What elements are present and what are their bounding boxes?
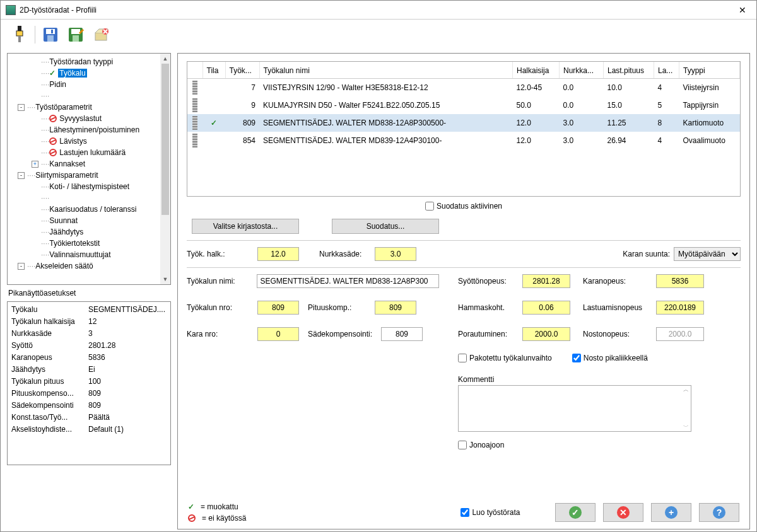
quickview-row: Pituuskompenso...809 [11,387,167,399]
close-icon[interactable]: ✕ [734,5,751,15]
cancel-button[interactable]: ✕ [603,503,643,522]
nav-tree[interactable]: ···· Työstöradan tyyppi···· ✓Työkalu····… [7,53,171,285]
table-header[interactable]: Tyyppi [679,62,740,79]
spindle-dir-label: Karan suunta: [623,250,670,258]
retract-input [656,327,704,341]
quickview-row: Nurkkasäde3 [11,327,167,339]
tree-item[interactable]: ···· Pidin [10,79,170,90]
ok-button[interactable]: ✓ [555,503,596,522]
diameter-input[interactable] [257,247,299,261]
retract-label: Nostonopeus: [583,330,652,338]
spindle-no-input[interactable] [257,327,299,341]
corner-radius-input[interactable] [375,247,416,261]
spindle-dir-select[interactable]: Myötäpäivään [674,247,741,261]
table-header[interactable]: Halkaisija [513,62,560,79]
tree-item[interactable]: ···· [10,90,170,101]
title-bar: 2D-työstöradat - Profiili ✕ [1,1,756,20]
rad-comp-label: Sädekompensointi: [308,330,377,338]
tree-item[interactable]: ···· Jäähdytys [10,226,170,238]
svg-rect-1 [16,31,23,36]
table-header[interactable]: Tila [202,62,225,79]
comment-label: Kommentti [458,375,736,384]
help-button[interactable]: ? [699,503,739,522]
filter-active-checkbox[interactable] [425,202,434,211]
tree-item[interactable]: ···· Työkiertotekstit [10,238,170,249]
legend-modified: = muokattu [201,502,238,511]
tree-item[interactable]: -···· Akseleiden säätö [10,260,170,272]
toolbar [1,20,756,50]
filter-button[interactable]: Suodatus... [332,219,439,234]
tree-item[interactable]: ···· Valinnaismuuttujat [10,249,170,260]
fpt-input[interactable] [522,301,570,315]
tree-item[interactable]: ···· Koti- / lähestymispisteet [10,181,170,192]
table-header[interactable]: La... [654,62,679,79]
table-row[interactable]: 9KULMAJYRSIN D50 - Walter F5241.B22.050.… [187,96,740,114]
quickview-panel: TyökaluSEGMENTTISÄDEJ....Työkalun halkai… [7,301,171,465]
tool-no-input[interactable] [257,301,299,315]
tree-item[interactable]: ···· Lävistys [10,136,170,147]
plunge-label: Porautuminen: [458,330,519,338]
plunge-input[interactable] [522,327,570,341]
table-row[interactable]: 854SEGMENTTISÄDEJ. WALTER MD839-12A4P301… [187,132,740,149]
table-header[interactable] [187,62,202,79]
tree-item[interactable]: ···· [10,192,170,204]
quickview-row: JäähdytysEi [11,363,167,375]
table-header[interactable]: Nurkka... [560,62,604,79]
tree-item[interactable]: -···· Siirtymisparametrit [10,170,170,181]
feed-rate-input[interactable] [522,274,570,288]
len-comp-label: Pituuskomp.: [308,303,371,312]
batch-checkbox[interactable] [458,441,467,449]
save-button[interactable] [40,25,61,45]
tree-item[interactable]: ···· Lastujen lukumäärä [10,147,170,158]
tree-item[interactable]: ···· Syvyyslastut [10,113,170,124]
quickview-row: Syöttö2801.28 [11,339,167,351]
tool-name-input[interactable] [257,274,439,288]
filter-active-label: Suodatus aktiivinen [437,202,502,211]
svg-rect-9 [73,35,79,42]
tree-item[interactable]: ···· ✓Työkalu [10,67,170,79]
rapid-retract-label: Nosto pikaliikkeellä [584,354,648,362]
tree-item[interactable]: +···· Kannakset [10,158,170,170]
tool-no-label: Työkalun nro: [187,303,254,312]
generate-toolpath-checkbox[interactable] [461,508,469,517]
cutting-speed-label: Lastuamisnopeus [583,303,652,312]
table-header[interactable]: Työkalun nimi [259,62,513,79]
svg-rect-8 [71,29,80,34]
force-tool-change-checkbox[interactable] [458,354,467,362]
table-header[interactable]: Työk... [225,62,259,79]
rad-comp-input[interactable] [381,327,423,341]
quickview-title: Pikanäyttöasetukset [7,289,171,298]
tree-item[interactable]: ···· Suunnat [10,215,170,226]
quickview-row: Työkalun pituus100 [11,375,167,387]
quickview-row: TyökaluSEGMENTTISÄDEJ.... [11,303,167,315]
content-panel: TilaTyök...Työkalun nimiHalkaisijaNurkka… [177,53,750,529]
table-header[interactable]: Last.pituus [604,62,654,79]
spindle-speed-input[interactable] [656,274,704,288]
add-button[interactable]: + [651,503,691,522]
generate-toolpath-label: Luo työstörata [472,508,520,517]
check-icon: ✓ [188,502,194,511]
save-as-button[interactable] [66,25,86,45]
len-comp-input[interactable] [375,301,416,315]
cutting-speed-input[interactable] [656,301,704,315]
corner-radius-label: Nurkkasäde: [319,250,371,258]
fpt-label: Hammaskoht. [458,303,519,312]
tree-item[interactable]: ···· Lähestyminen/poistuminen [10,124,170,136]
tool-select-button[interactable] [9,25,30,45]
select-library-button[interactable]: Valitse kirjastosta... [192,219,299,234]
svg-rect-0 [18,26,21,31]
table-row[interactable]: ✓809SEGMENTTISÄDEJ. WALTER MD838-12A8P30… [187,114,740,132]
quickview-row: Sädekompensointi809 [11,399,167,411]
quickview-row: Akselistoyhdiste...Default (1) [11,423,167,435]
feed-rate-label: Syöttönopeus: [458,277,519,286]
comment-textarea[interactable]: ︿﹀ [458,385,691,432]
tool-table[interactable]: TilaTyök...Työkalun nimiHalkaisijaNurkka… [187,61,741,197]
rapid-retract-checkbox[interactable] [572,354,581,362]
tree-scrollbar[interactable]: ▲ ▼ [160,54,170,284]
tree-item[interactable]: ···· Kaarisuodatus / toleranssi [10,204,170,215]
delete-button[interactable] [91,25,111,45]
tree-item[interactable]: ···· Työstöradan tyyppi [10,56,170,67]
quickview-row: Konst.taso/Työ...Päältä [11,411,167,423]
table-row[interactable]: 7VIISTEJYRSIN 12/90 - Walter H3E58318-E1… [187,79,740,97]
tree-item[interactable]: -···· Työstöparametrit [10,101,170,113]
